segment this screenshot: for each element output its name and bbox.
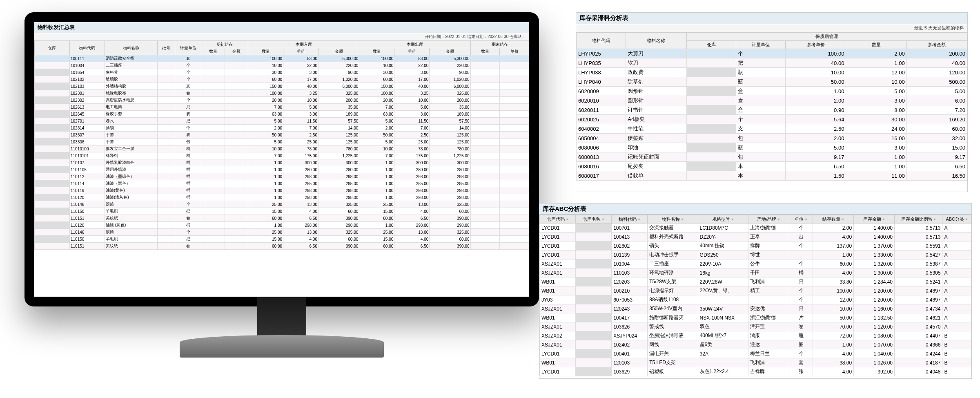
table-row[interactable]: 110146 滚筒 个 25.00 13.00 325.00 25.00 13.… xyxy=(35,201,529,208)
r3-col-whname[interactable]: 仓库名称 xyxy=(576,215,612,224)
table-row[interactable]: 110107 外墙乳胶漆白色 桶 1.00 300.00 300.00 1.00… xyxy=(35,159,529,166)
r2-col-qty[interactable]: 数量 xyxy=(846,41,906,49)
r3-col-qty[interactable]: 结存数量 xyxy=(813,215,854,224)
table-row[interactable]: 6080013 记账凭证封面 包 9.17 1.00 9.17 xyxy=(577,152,967,162)
col-out-qty[interactable]: 数量 xyxy=(359,48,394,55)
cell-spec: 32A xyxy=(698,349,748,358)
r2-col-name[interactable]: 物料名称 xyxy=(626,33,686,49)
table-row[interactable]: 6020011 订书针 盒 0.90 8.00 7.20 xyxy=(577,105,967,115)
r3-col-brand[interactable]: 产地/品牌 xyxy=(748,215,789,224)
col-material-code[interactable]: 物料代码 xyxy=(69,41,105,55)
table-row[interactable]: 6050004 便签贴 包 2.00 16.00 32.00 xyxy=(577,134,967,143)
table-row[interactable]: WB01 120203 T5/28W支架 220V,28W 飞利浦 只 33.8… xyxy=(540,277,971,286)
col-out-amt[interactable]: 金额 xyxy=(430,48,470,55)
table-row[interactable]: XSJZX02 XSJYP024 坐厕泡沫消毒液 400ML/瓶×7 鸿康 瓶 … xyxy=(540,331,971,340)
table-row[interactable]: LHYP035 软刀 把 40.00 1.00 40.00 xyxy=(577,58,967,68)
table-row[interactable]: 6020025 A4板夹 个 5.64 30.00 169.20 xyxy=(577,115,967,124)
r2-col-price[interactable]: 参考单价 xyxy=(786,41,846,49)
col-open-amt[interactable]: 金额 xyxy=(225,48,248,55)
r2-col-code[interactable]: 物料代码 xyxy=(577,33,626,49)
r3-col-spec[interactable]: 规格型号 xyxy=(698,215,748,224)
r3-col-pct[interactable]: 库存余额比例% xyxy=(895,215,942,224)
table-row[interactable]: 6080016 尾拨夹 本 6.50 1.00 6.50 xyxy=(577,162,967,171)
table-row[interactable]: 110150 羊毛刷 把 15.00 4.00 60.00 15.00 4.00… xyxy=(35,236,529,243)
col-out-price[interactable]: 单价 xyxy=(394,48,430,55)
col-batch[interactable]: 批号 xyxy=(157,41,175,55)
table-row[interactable]: 110120 油漆 (灰色) 桶 1.00 298.00 298.00 1.00… xyxy=(35,222,529,229)
table-row[interactable]: LHYP040 除草剂 瓶 50.00 10.00 500.00 xyxy=(577,77,967,87)
table-row[interactable]: 100111 消防疏散安全指 套 100.00 53.00 5,300.00 1… xyxy=(35,55,529,62)
col-close-price[interactable]: 单价 xyxy=(500,48,529,55)
table-row[interactable]: XSJZX01 120243 350W-24V室内 350W-24V 安达优 只… xyxy=(540,304,971,313)
r3-col-matname[interactable]: 物料名称 xyxy=(648,215,698,224)
table-row[interactable]: 1101105 通用外墙漆 桶 1.00 280.00 280.00 1.00 … xyxy=(35,166,529,173)
table-row[interactable]: LYCD01 100401 漏电开关 32A 梅兰日兰 个 4.00 1,040… xyxy=(540,349,971,358)
r3-col-abc[interactable]: ABC分类 xyxy=(942,215,971,224)
table-row[interactable]: WB01 100417 施耐德断路器灭 NSX-100N NSX 浙江/施耐德 … xyxy=(540,313,971,322)
table-row[interactable]: LYCD01 101139 电动冲击扳手 GDS250 博世 1.00 1,33… xyxy=(540,250,971,259)
col-close-qty[interactable]: 数量 xyxy=(470,48,500,55)
table-row[interactable]: 6020010 圆形针 盒 2.00 3.00 6.00 xyxy=(577,96,967,105)
table-row[interactable]: 102301 绝缘电胶布 卷 100.00 3.25 325.00 100.00… xyxy=(35,90,529,97)
table-row[interactable]: 6080006 印油 瓶 5.00 3.00 15.00 xyxy=(577,143,967,152)
cell-out-price: 6.50 xyxy=(394,215,430,222)
report1-table[interactable]: 仓库 物料代码 物料名称 批号 计量单位 期初结存 本期入库 本期出库 期末结存… xyxy=(34,41,529,250)
cell-in-qty: 5.00 xyxy=(248,118,283,125)
r3-col-unit[interactable]: 单位 xyxy=(789,215,813,224)
table-row[interactable]: JY03 6070053 88A硒鼓1108 个 12.00 1,200.00 … xyxy=(540,295,971,304)
col-in-qty[interactable]: 数量 xyxy=(248,48,283,55)
table-row[interactable]: 110120 油漆(浅灰色) 桶 1.00 298.00 298.00 1.00… xyxy=(35,194,529,201)
col-open-qty[interactable]: 数量 xyxy=(201,48,225,55)
report3-table[interactable]: 仓库代码 仓库名称 物料代码 物料名称 规格型号 产地/品牌 单位 结存数量 库… xyxy=(539,215,971,376)
cell-open-amt xyxy=(225,111,248,118)
table-row[interactable]: LYCD01 100701 交流接触器 LC1D80M7C 上海/施耐德 个 2… xyxy=(540,224,971,233)
table-row[interactable]: 102701 卷尺 把 5.00 11.50 57.50 5.00 11.50 … xyxy=(35,118,529,125)
table-row[interactable]: 102302 高密度防水电胶 个 20.00 10.00 200.00 20.0… xyxy=(35,97,529,104)
r3-col-bal[interactable]: 库存余额 xyxy=(854,215,895,224)
table-row[interactable]: LHYP038 政政费 瓶 10.00 12.00 120.00 xyxy=(577,68,967,77)
table-row[interactable]: 11010100 批发宝二合一腻 桶 10.00 78.00 780.00 10… xyxy=(35,145,529,152)
table-row[interactable]: 110119 油漆(黄色) 桶 1.00 298.00 298.00 1.00 … xyxy=(35,187,529,194)
col-unit[interactable]: 计量单位 xyxy=(175,41,201,55)
col-material-name[interactable]: 物料名称 xyxy=(105,41,157,55)
table-row[interactable]: 110150 羊毛刷 把 15.00 4.00 60.00 15.00 4.00… xyxy=(35,208,529,215)
table-row[interactable]: 110151 美纹纸 卷 60.00 6.50 390.00 60.00 6.5… xyxy=(35,215,529,222)
table-row[interactable]: 110146 滚筒 个 25.00 13.00 325.00 25.00 13.… xyxy=(35,229,529,236)
table-row[interactable]: LYCD01 100413 塑料外壳式断路 DZ20Y- 正泰 台 4.00 1… xyxy=(540,233,971,241)
r3-col-whcode[interactable]: 仓库代码 xyxy=(540,215,576,224)
r2-col-amt[interactable]: 参考金额 xyxy=(906,41,967,49)
table-row[interactable]: 101654 生料带 个 30.00 3.00 90.00 30.00 3.00… xyxy=(35,69,529,76)
table-row[interactable]: 102102 玻璃胶 个 60.00 17.00 1,020.00 60.00 … xyxy=(35,76,529,83)
table-row[interactable]: XSJZX01 103626 警戒线 双色 潭开宝 卷 70.00 1,120.… xyxy=(540,322,971,331)
table-row[interactable]: 6040002 中性笔 支 2.50 24.00 60.00 xyxy=(577,124,967,134)
table-row[interactable]: 110112 油漆（墨绿色） 桶 1.00 298.00 298.00 1.00… xyxy=(35,173,529,180)
col-in-price[interactable]: 单价 xyxy=(283,48,318,55)
table-row[interactable]: 11010101 稀释剂 桶 7.00 175.00 1,225.00 7.00… xyxy=(35,152,529,159)
r2-col-unit[interactable]: 计量单位 xyxy=(736,41,785,49)
table-row[interactable]: 102814 插锁 个 2.00 7.00 14.00 2.00 7.00 14… xyxy=(35,125,529,132)
table-row[interactable]: WB01 100210 电源指示灯 22OV,黄、绿、 精工 个 100.00 … xyxy=(540,286,971,295)
table-row[interactable]: 101004 二三插座 个 10.00 22.00 220.00 10.00 2… xyxy=(35,62,529,69)
col-in-amt[interactable]: 金额 xyxy=(318,48,359,55)
r3-col-matcode[interactable]: 物料代码 xyxy=(612,215,648,224)
table-row[interactable]: 6020009 圆形针 盒 1.00 5.00 5.00 xyxy=(577,87,967,96)
table-row[interactable]: WB01 120103 T5 LED支架 飞利浦 套 38.00 1,026.0… xyxy=(540,358,971,367)
table-row[interactable]: LYCD01 102802 锁头 40mm 挂锁 撑牌 个 137.00 1,3… xyxy=(540,241,971,250)
table-row[interactable]: LYCD01 103629 铝塑板 灰色1.22×2.4 吉祥牌 张 4.00 … xyxy=(540,367,971,376)
table-row[interactable]: 102103 外墙结构胶 支 150.00 40.00 6,000.00 150… xyxy=(35,83,529,90)
table-row[interactable]: 110151 美纹纸 卷 60.00 6.50 390.00 60.00 6.5… xyxy=(35,243,529,250)
table-row[interactable]: 102645 橡胶手套 双 63.00 3.00 189.00 63.00 3.… xyxy=(35,111,529,118)
table-row[interactable]: LHYP025 大剪刀 个 100.00 2.00 200.00 xyxy=(577,49,967,58)
table-row[interactable]: 103308 手套 包 5.00 25.00 125.00 5.00 25.00… xyxy=(35,139,529,145)
report2-table[interactable]: 物料代码 物料名称 保质期管理 仓库 计量单位 参考单价 数量 参考金额 LHY… xyxy=(576,32,967,181)
col-warehouse[interactable]: 仓库 xyxy=(35,41,70,55)
table-row[interactable]: 6080017 借款单 本 1.50 11.00 16.50 xyxy=(577,171,967,181)
table-row[interactable]: 102613 电工电筒 只 7.00 5.00 35.00 7.00 5.00 … xyxy=(35,104,529,111)
table-row[interactable]: XSJZX01 102402 网线 超6类 通达 圈 1.00 1,070.00… xyxy=(540,340,971,349)
table-row[interactable]: 103307 手套 双 50.00 2.50 125.00 50.00 2.50… xyxy=(35,132,529,139)
table-row[interactable]: XSJZX01 110103 环氧地砰漆 16kg 千田 桶 4.00 1,30… xyxy=(540,268,971,277)
cell-code: 110114 xyxy=(69,180,105,187)
table-row[interactable]: 110114 油漆（黑色） 桶 1.00 285.00 285.00 1.00 … xyxy=(35,180,529,187)
r2-col-wh[interactable]: 仓库 xyxy=(686,41,736,49)
table-row[interactable]: XSJZX01 101004 二三插座 220V-10A 公牛 个 60.00 … xyxy=(540,259,971,268)
